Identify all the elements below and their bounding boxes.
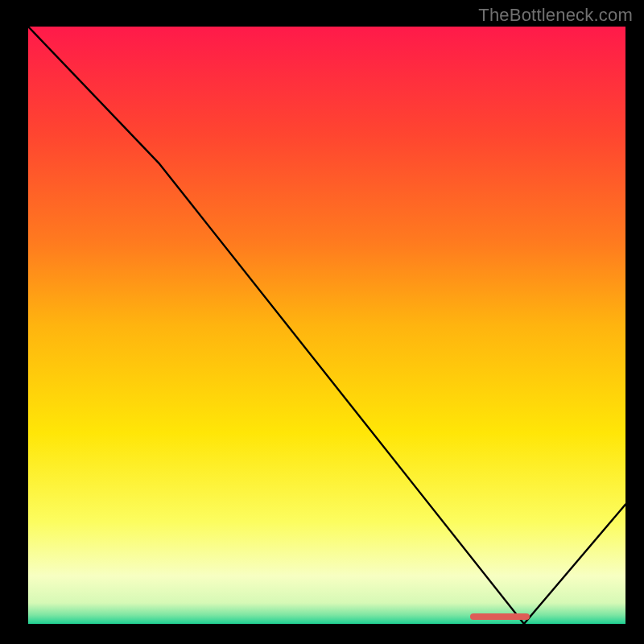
watermark-label: TheBottleneck.com: [478, 5, 633, 26]
chart-container: TheBottleneck.com: [0, 0, 644, 644]
chart-plot-area: [28, 27, 625, 624]
chart-background-gradient: [28, 27, 625, 624]
chart-svg: [28, 27, 625, 624]
optimum-range-marker: [470, 613, 530, 620]
